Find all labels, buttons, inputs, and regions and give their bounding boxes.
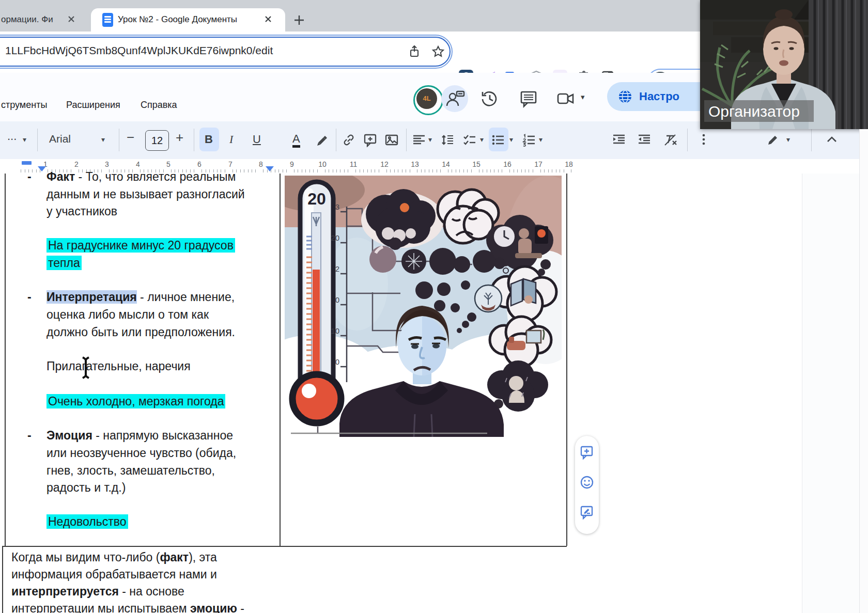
close-tab-icon[interactable] <box>66 14 78 25</box>
ruler-tick <box>348 169 348 172</box>
ruler-tick <box>363 169 364 172</box>
close-tab-icon[interactable] <box>263 14 274 25</box>
numbered-list-icon[interactable] <box>522 133 536 149</box>
menu-extensions[interactable]: Расширения <box>66 100 120 111</box>
font-size-value[interactable]: 12 <box>145 130 169 151</box>
ruler-number: 7 <box>228 160 233 168</box>
increase-indent-icon[interactable] <box>637 133 652 149</box>
emoji-reaction-icon[interactable] <box>580 475 594 492</box>
doc-line: или неозвученное чувство (обида, <box>47 446 236 460</box>
align-caret-icon[interactable]: ▾ <box>428 135 432 144</box>
bullets-caret-icon[interactable]: ▾ <box>509 135 513 144</box>
meet-camera-icon[interactable] <box>556 89 575 108</box>
tab-inactive[interactable]: ормации. Фи <box>0 8 83 32</box>
doc-line: Интерпретация - личное мнение, <box>47 290 235 304</box>
italic-button[interactable]: I <box>229 133 233 146</box>
document-canvas[interactable]: - Факт - То, что является реальным данны… <box>0 174 868 613</box>
doc-line: информация обрабатывается нами и <box>11 568 217 581</box>
ruler-number: 3 <box>105 160 109 168</box>
collaborator-avatar[interactable]: 4L <box>413 85 443 115</box>
ruler-tick <box>263 169 264 172</box>
show-collaborators-button[interactable] <box>441 85 468 112</box>
checklist-caret-icon[interactable]: ▾ <box>480 135 484 144</box>
menu-help[interactable]: Справка <box>141 100 177 111</box>
ruler-tick <box>360 169 360 172</box>
highlight-pen-icon[interactable] <box>315 133 330 149</box>
webcam-overlay-window[interactable]: Организатор <box>700 0 868 129</box>
ruler-tick <box>521 169 522 172</box>
ruler-tick <box>556 169 556 172</box>
ruler-tick <box>344 169 345 172</box>
insert-link-icon[interactable] <box>342 133 356 149</box>
editing-mode-pencil-icon[interactable] <box>766 133 780 149</box>
menu-tools[interactable]: струменты <box>1 100 47 111</box>
version-history-icon[interactable] <box>481 89 499 108</box>
ruler-tick <box>552 169 552 172</box>
ruler-number: 10 <box>318 160 327 168</box>
bold-button[interactable]: B <box>205 133 213 146</box>
ruler-tick <box>406 169 406 172</box>
decrease-indent-icon[interactable] <box>612 133 626 149</box>
line-spacing-icon[interactable] <box>440 133 455 149</box>
ruler-tick <box>494 169 494 172</box>
ruler-number: 2 <box>74 160 79 168</box>
doc-line: должно быть или предположения. <box>47 325 235 339</box>
url-text[interactable]: 1LLFbcHdWjQ6TSmb8Qunf4WplJKUKdE76iwpnk0/… <box>5 44 273 57</box>
styles-menu[interactable]: ... <box>7 130 17 143</box>
table-border <box>2 546 567 547</box>
first-line-indent-marker[interactable] <box>22 161 32 165</box>
ruler-tick <box>417 169 417 172</box>
ruler-tick <box>305 169 306 172</box>
font-caret-icon[interactable]: ▾ <box>101 135 105 144</box>
ruler-tick <box>437 169 437 172</box>
align-icon[interactable] <box>412 133 426 149</box>
comments-icon[interactable] <box>519 89 538 108</box>
underline-button[interactable]: U <box>253 133 261 146</box>
add-comment-icon[interactable] <box>363 133 378 149</box>
bookmark-star-icon[interactable] <box>431 44 445 61</box>
suggest-edits-icon[interactable] <box>580 505 594 522</box>
more-options-kebab-icon[interactable] <box>699 133 709 149</box>
share-page-icon[interactable] <box>407 44 422 61</box>
ruler-tick <box>283 169 283 172</box>
text-cursor-ibeam <box>80 355 91 382</box>
styles-caret-icon[interactable]: ▾ <box>23 135 26 144</box>
address-bar[interactable]: 1LLFbcHdWjQ6TSmb8Qunf4WplJKUKdE76iwpnk0/… <box>0 37 451 67</box>
hide-menus-chevron-icon[interactable] <box>825 133 839 149</box>
font-size-decrease[interactable]: − <box>127 130 134 146</box>
table-border <box>566 174 567 546</box>
left-indent-marker[interactable] <box>38 166 46 171</box>
text-color-button[interactable]: A <box>292 133 300 148</box>
checklist-icon[interactable] <box>462 133 477 149</box>
new-tab-button[interactable] <box>292 13 306 27</box>
ruler-tick <box>483 169 483 172</box>
page-outside <box>802 174 859 613</box>
ruler-tick <box>429 169 429 172</box>
ruler-number: 15 <box>472 160 481 168</box>
ruler-number: 17 <box>534 160 542 168</box>
tab-active[interactable]: Урок №2 - Google Документы <box>91 8 285 32</box>
ruler-tick <box>271 169 271 172</box>
numbered-caret-icon[interactable]: ▾ <box>539 135 542 144</box>
tab-inactive-title: ормации. Фи <box>1 14 58 25</box>
ruler-tick <box>390 169 391 172</box>
ruler-tick <box>309 169 310 172</box>
document-illustration-image[interactable]: 20 3 20 2 0 10 0 <box>285 176 562 437</box>
add-comment-side-icon[interactable] <box>580 445 594 462</box>
font-name[interactable]: Arial <box>49 133 71 145</box>
clear-formatting-icon[interactable] <box>663 133 679 150</box>
ruler-tick <box>487 169 487 172</box>
ruler-tick <box>452 169 452 172</box>
ruler-tick <box>514 169 514 172</box>
browser-scrollbar[interactable] <box>859 129 868 613</box>
font-size-increase[interactable]: + <box>176 130 183 146</box>
ruler-tick <box>21 169 21 172</box>
meet-caret-icon[interactable]: ▾ <box>581 92 585 102</box>
doc-line: данным и не вызывает разногласий <box>47 187 245 201</box>
ruler-tick <box>459 169 460 172</box>
insert-image-icon[interactable] <box>384 133 399 149</box>
ruler-tick <box>394 169 395 172</box>
bulleted-list-icon[interactable] <box>491 133 505 149</box>
ruler-tick <box>544 169 545 172</box>
editing-mode-caret-icon[interactable]: ▾ <box>786 135 790 144</box>
